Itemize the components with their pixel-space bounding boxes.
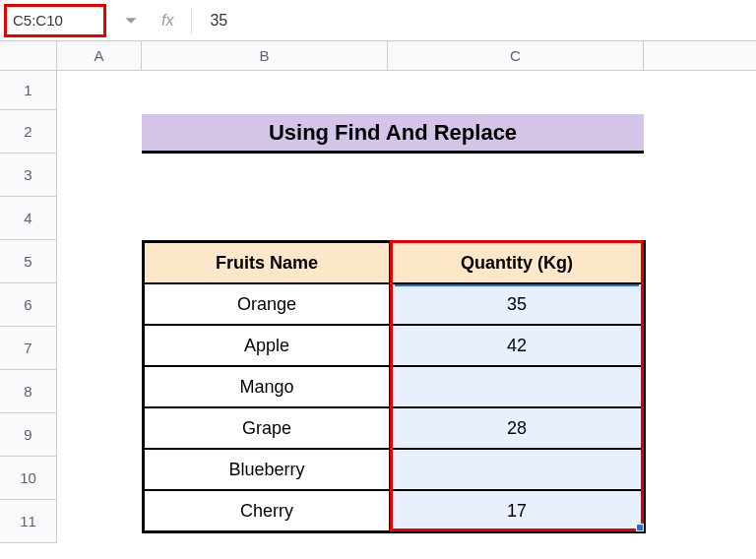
row-headers: 1 2 3 4 5 6 7 8 9 10 11 — [0, 71, 57, 543]
cell-b7[interactable]: Mango — [144, 366, 390, 407]
row-header-3[interactable]: 3 — [0, 154, 56, 197]
row-header-4[interactable]: 4 — [0, 197, 56, 240]
col-header-c[interactable]: C — [388, 41, 644, 70]
cell-b5[interactable]: Orange — [144, 283, 390, 325]
row-header-9[interactable]: 9 — [0, 413, 56, 457]
col-header-b[interactable]: B — [142, 41, 388, 70]
name-box-dropdown-icon[interactable] — [124, 14, 138, 28]
column-headers: A B C — [0, 41, 756, 71]
cell-c6[interactable]: 42 — [390, 325, 644, 366]
row-header-8[interactable]: 8 — [0, 370, 56, 413]
col-header-a[interactable]: A — [57, 41, 142, 70]
row-header-7[interactable]: 7 — [0, 327, 56, 370]
cell-b10[interactable]: Cherry — [144, 490, 390, 531]
cell-c5[interactable]: 35 — [390, 283, 644, 325]
row-header-2[interactable]: 2 — [0, 110, 56, 154]
cell-c9[interactable] — [390, 449, 644, 490]
row-header-5[interactable]: 5 — [0, 240, 56, 283]
formula-bar: C5:C10 fx 35 — [0, 0, 756, 41]
spreadsheet-grid[interactable]: Using Find And Replace Fruits Name Quant… — [57, 71, 756, 559]
row-header-10[interactable]: 10 — [0, 457, 56, 500]
cell-b6[interactable]: Apple — [144, 325, 390, 366]
header-fruits[interactable]: Fruits Name — [144, 242, 390, 283]
cell-c7[interactable] — [390, 366, 644, 407]
row-header-1[interactable]: 1 — [0, 71, 56, 110]
title-banner: Using Find And Replace — [142, 114, 644, 154]
cell-c10[interactable]: 17 — [390, 490, 644, 531]
cell-c8[interactable]: 28 — [390, 407, 644, 449]
row-header-6[interactable]: 6 — [0, 283, 56, 327]
row-header-11[interactable]: 11 — [0, 500, 56, 543]
data-table: Fruits Name Quantity (Kg) Orange 35 Appl… — [142, 240, 646, 533]
cell-b8[interactable]: Grape — [144, 407, 390, 449]
fx-label: fx — [161, 12, 173, 30]
formula-input[interactable]: 35 — [210, 12, 227, 30]
header-qty[interactable]: Quantity (Kg) — [390, 242, 644, 283]
formula-divider — [191, 8, 192, 33]
select-all-corner[interactable] — [0, 41, 57, 70]
cell-b9[interactable]: Blueberry — [144, 449, 390, 490]
name-box[interactable]: C5:C10 — [4, 4, 106, 37]
